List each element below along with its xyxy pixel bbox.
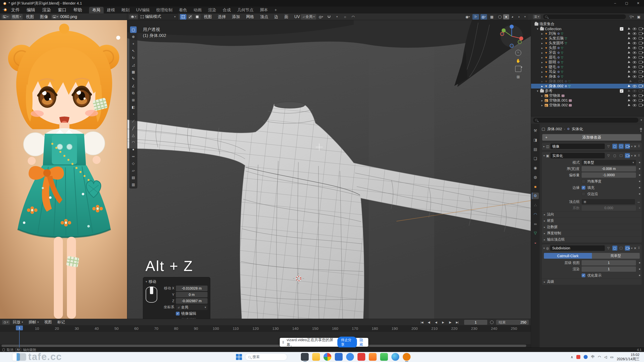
selectable-icon[interactable] bbox=[628, 94, 631, 97]
tab-material[interactable]: ◒ bbox=[532, 239, 539, 246]
tab-uv-editing[interactable]: UV编辑 bbox=[133, 7, 153, 13]
wireframe-shading-button[interactable]: ◯ bbox=[497, 14, 503, 19]
realtime-display-toggle[interactable]: 🖵 bbox=[619, 144, 624, 149]
visibility-eye-icon[interactable] bbox=[633, 75, 636, 78]
render-camera-icon[interactable] bbox=[639, 61, 642, 64]
add-workspace-button[interactable]: + bbox=[271, 7, 280, 13]
selectable-icon[interactable] bbox=[628, 70, 631, 73]
pivot-point-dropdown[interactable]: ◎▾ bbox=[318, 14, 324, 20]
outliner-filter-button[interactable]: ▽▾ bbox=[628, 14, 635, 20]
expand-icon[interactable]: ▸ bbox=[543, 145, 545, 148]
chrome-icon[interactable] bbox=[324, 353, 331, 361]
collapse-icon[interactable]: ▾ bbox=[146, 280, 147, 283]
menu-window[interactable]: 窗口 bbox=[54, 7, 70, 13]
image-view-menu[interactable]: 视图 bbox=[23, 13, 37, 20]
wps-icon[interactable] bbox=[357, 353, 365, 361]
object-row[interactable]: ▸▼刘海⚙▽ bbox=[531, 31, 644, 36]
edge-icon[interactable] bbox=[391, 353, 399, 361]
modifier-name-field[interactable]: 镜像 bbox=[550, 144, 605, 149]
battery-icon[interactable]: ▭ bbox=[610, 355, 613, 359]
modifier-name-field[interactable]: Subdivision bbox=[550, 245, 605, 251]
face-menu[interactable]: 面 bbox=[281, 13, 291, 20]
tool-knife[interactable]: ╱ bbox=[130, 125, 137, 131]
gizmo-x-neg[interactable] bbox=[500, 32, 504, 36]
tool-rotate[interactable]: ↻ bbox=[130, 55, 137, 61]
object-row[interactable]: ▸▼头发后脑▽ bbox=[531, 36, 644, 41]
tab-tool[interactable]: ⚒ bbox=[532, 127, 539, 134]
gizmo-z-neg[interactable] bbox=[510, 44, 513, 48]
selectable-icon[interactable] bbox=[628, 99, 631, 102]
render-camera-icon[interactable] bbox=[639, 85, 642, 87]
editmode-display-toggle[interactable]: ▢ bbox=[612, 246, 617, 251]
menu-file[interactable]: 文件 bbox=[8, 7, 23, 13]
overlays-toggle[interactable]: ◍▾ bbox=[480, 14, 487, 20]
taskbar-clock[interactable]: 15:02 2026/1/14周三 bbox=[617, 353, 639, 361]
tab-view-layer[interactable]: ❏ bbox=[532, 155, 539, 162]
task-view-icon[interactable] bbox=[301, 353, 309, 361]
gizmo-x-axis[interactable] bbox=[519, 36, 523, 40]
face-select-button[interactable] bbox=[194, 14, 200, 20]
tool-scale[interactable]: ◿ bbox=[130, 62, 137, 68]
object-row[interactable]: ▸▼头部⚙▽ bbox=[531, 46, 644, 50]
selectable-icon[interactable] bbox=[628, 84, 631, 87]
proportional-edit-toggle[interactable]: ○ bbox=[342, 14, 348, 20]
delete-modifier-icon[interactable]: ✕ bbox=[634, 246, 636, 250]
collection-row[interactable]: ▾ Collection ✓ bbox=[531, 26, 644, 31]
expand-icon[interactable]: ▸ bbox=[541, 51, 544, 55]
add-modifier-button[interactable]: ＋ 添加修改器 bbox=[542, 134, 641, 141]
network-icon[interactable]: ◠ bbox=[598, 355, 601, 359]
vertex-group-field[interactable]: ▦ bbox=[582, 199, 635, 204]
extras-dropdown-icon[interactable]: ▾ bbox=[631, 154, 633, 157]
expand-icon[interactable]: ▸ bbox=[541, 70, 544, 74]
selectable-icon[interactable] bbox=[628, 61, 631, 64]
object-row[interactable]: ▸▼睫毛⚙▽ bbox=[531, 65, 644, 69]
visibility-eye-icon[interactable] bbox=[633, 56, 636, 59]
selectable-icon[interactable] bbox=[628, 27, 631, 30]
expand-icon[interactable]: ▸ bbox=[541, 46, 544, 50]
render-camera-icon[interactable] bbox=[639, 56, 642, 59]
menu-edit[interactable]: 编辑 bbox=[23, 7, 39, 13]
tool-transform[interactable]: ▦ bbox=[130, 69, 137, 75]
modifier-header[interactable]: ▾ ◎ Subdivision ▽ ▢ 🖵 ▾ ✕ ⠿ bbox=[542, 244, 642, 252]
app-chat-icon[interactable] bbox=[346, 353, 354, 361]
next-keyframe-button[interactable]: |▶ bbox=[447, 320, 453, 325]
stop-sharing-button[interactable]: 停止分享 bbox=[337, 337, 357, 348]
render-camera-icon[interactable] bbox=[639, 94, 642, 97]
tab-modifiers[interactable]: ⚙ bbox=[532, 193, 539, 199]
selectable-icon[interactable] bbox=[628, 65, 631, 68]
solidify-mode-select[interactable]: 简单型▾ bbox=[582, 160, 636, 165]
play-reverse-button[interactable]: ◀ bbox=[433, 320, 439, 325]
tool-tweak[interactable]: ⊕ bbox=[130, 33, 137, 40]
visibility-eye-icon[interactable] bbox=[633, 90, 636, 92]
frame-end-field[interactable]: 结束250 bbox=[496, 320, 529, 325]
modifier-header[interactable]: ▸ ◫ 镜像 ▽ ▢ 🖵 ▾ ✕ ⠿ bbox=[542, 143, 642, 150]
expand-icon[interactable]: ▸ bbox=[541, 75, 544, 78]
scrollbar-thumb[interactable] bbox=[2, 345, 526, 347]
expand-icon[interactable]: ▸ bbox=[541, 37, 544, 40]
app-blue-grid-icon[interactable] bbox=[335, 353, 343, 361]
object-row[interactable]: ▸▼耳朵⚙▽ bbox=[531, 69, 644, 74]
tab-texture-paint[interactable]: 纹理绘制 bbox=[153, 7, 176, 13]
section-output-vgroups[interactable]: ▸输出顶点组 bbox=[542, 236, 642, 243]
collapse-icon[interactable]: ▾ bbox=[536, 27, 539, 31]
render-camera-icon[interactable] bbox=[639, 27, 642, 30]
snap-settings-dropdown[interactable]: ▾ bbox=[334, 14, 340, 20]
delete-modifier-icon[interactable]: ✕ bbox=[634, 154, 636, 158]
modifier-name-field[interactable]: 实体化 bbox=[550, 153, 605, 158]
drag-handle-icon[interactable]: ⠿ bbox=[638, 145, 640, 148]
scene-collection-row[interactable]: 场景集合 bbox=[531, 22, 644, 26]
extras-dropdown-icon[interactable]: ▾ bbox=[631, 247, 633, 250]
tool-extrude[interactable]: ⊞ bbox=[130, 97, 137, 103]
select-menu[interactable]: 选择 bbox=[215, 13, 229, 20]
editor-type-button[interactable]: ▾ bbox=[2, 15, 10, 19]
only-rim-checkbox[interactable] bbox=[582, 192, 585, 196]
selectable-icon[interactable] bbox=[628, 37, 631, 40]
view-menu[interactable]: 视图 bbox=[201, 13, 215, 20]
optimal-display-checkbox[interactable]: ✓ bbox=[582, 274, 585, 277]
mirror-editing-checkbox[interactable]: ✓ bbox=[176, 312, 180, 315]
object-row[interactable]: ▸▼身体⚙▽ bbox=[531, 74, 644, 79]
hide-link[interactable]: 隐藏 bbox=[359, 338, 366, 347]
tool-select-box[interactable]: ▢ bbox=[130, 26, 137, 33]
animate-dot[interactable] bbox=[639, 162, 640, 163]
tool-poly-build[interactable]: △ bbox=[130, 132, 137, 139]
